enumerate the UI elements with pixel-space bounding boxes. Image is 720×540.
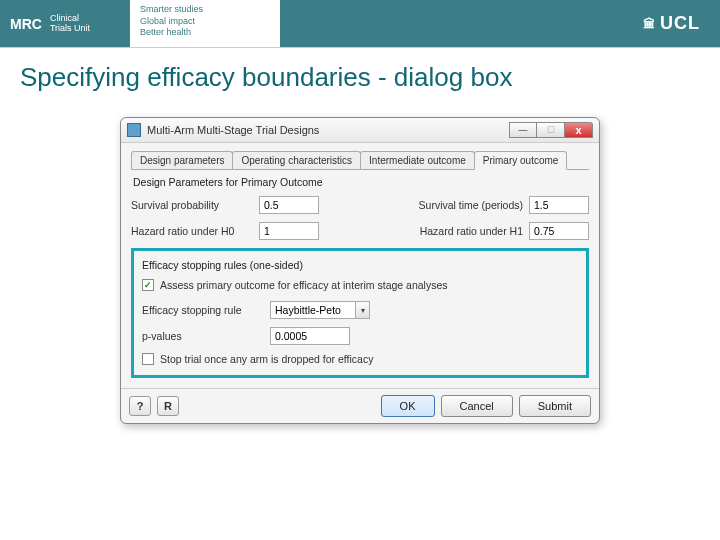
section-title: Design Parameters for Primary Outcome <box>133 176 589 188</box>
input-survival-time[interactable] <box>529 196 589 214</box>
cancel-button[interactable]: Cancel <box>441 395 513 417</box>
tab-primary-outcome[interactable]: Primary outcome <box>474 151 568 170</box>
portico-icon: 🏛 <box>643 17 656 31</box>
input-hr-h1[interactable] <box>529 222 589 240</box>
help-button[interactable]: ? <box>129 396 151 416</box>
row-assess-primary: ✓ Assess primary outcome for efficacy at… <box>142 279 578 291</box>
slide-title: Specifying efficacy boundaries - dialog … <box>0 48 720 101</box>
dialog-window: Multi-Arm Multi-Stage Trial Designs — ☐ … <box>120 117 600 424</box>
dropdown-efficacy-rule[interactable]: Haybittle-Peto ▾ <box>270 301 370 319</box>
row-stop-trial: Stop trial once any arm is dropped for e… <box>142 353 578 365</box>
ucl-label: UCL <box>660 13 700 34</box>
label-efficacy-rule: Efficacy stopping rule <box>142 304 262 316</box>
mrc-logo: MRC <box>10 16 42 32</box>
tagline-block: Smarter studies Global impact Better hea… <box>130 0 213 47</box>
tab-operating-characteristics[interactable]: Operating characteristics <box>232 151 361 169</box>
input-survival-probability[interactable] <box>259 196 319 214</box>
submit-button[interactable]: Submit <box>519 395 591 417</box>
ucl-logo-block: 🏛 UCL <box>280 0 720 47</box>
tab-design-parameters[interactable]: Design parameters <box>131 151 233 169</box>
input-pvalues[interactable] <box>270 327 350 345</box>
window-titlebar[interactable]: Multi-Arm Multi-Stage Trial Designs — ☐ … <box>121 118 599 143</box>
checkbox-assess-primary[interactable]: ✓ <box>142 279 154 291</box>
dropdown-efficacy-rule-value: Haybittle-Peto <box>271 304 355 316</box>
efficacy-group-legend: Efficacy stopping rules (one-sided) <box>142 259 578 271</box>
close-button[interactable]: x <box>565 122 593 138</box>
checkbox-stop-trial[interactable] <box>142 353 154 365</box>
label-stop-trial: Stop trial once any arm is dropped for e… <box>160 353 373 365</box>
slide-header: MRC Clinical Trials Unit Smarter studies… <box>0 0 720 48</box>
label-survival-time: Survival time (periods) <box>419 199 523 211</box>
input-hr-h0[interactable] <box>259 222 319 240</box>
dialog-container: Multi-Arm Multi-Stage Trial Designs — ☐ … <box>0 117 720 424</box>
row-hazard-ratio: Hazard ratio under H0 Hazard ratio under… <box>131 222 589 240</box>
app-icon <box>127 123 141 137</box>
label-survival-probability: Survival probability <box>131 199 251 211</box>
ok-button[interactable]: OK <box>381 395 435 417</box>
minimize-button[interactable]: — <box>509 122 537 138</box>
label-assess-primary: Assess primary outcome for efficacy at i… <box>160 279 448 291</box>
row-pvalues: p-values <box>142 327 578 345</box>
maximize-button[interactable]: ☐ <box>537 122 565 138</box>
label-hr-h0: Hazard ratio under H0 <box>131 225 251 237</box>
mrc-subtitle: Clinical Trials Unit <box>50 14 90 34</box>
tab-strip: Design parameters Operating characterist… <box>131 151 589 170</box>
label-pvalues: p-values <box>142 330 262 342</box>
dialog-body: Design parameters Operating characterist… <box>121 143 599 388</box>
efficacy-group-highlight: Efficacy stopping rules (one-sided) ✓ As… <box>131 248 589 378</box>
reset-button[interactable]: R <box>157 396 179 416</box>
chevron-down-icon: ▾ <box>355 302 369 318</box>
tab-intermediate-outcome[interactable]: Intermediate outcome <box>360 151 475 169</box>
row-survival-probability: Survival probability Survival time (peri… <box>131 196 589 214</box>
row-efficacy-rule: Efficacy stopping rule Haybittle-Peto ▾ <box>142 301 578 319</box>
dialog-button-bar: ? R OK Cancel Submit <box>121 388 599 423</box>
window-controls: — ☐ x <box>509 122 593 138</box>
label-hr-h1: Hazard ratio under H1 <box>420 225 523 237</box>
mrc-logo-block: MRC Clinical Trials Unit <box>0 0 130 47</box>
window-title: Multi-Arm Multi-Stage Trial Designs <box>147 124 319 136</box>
